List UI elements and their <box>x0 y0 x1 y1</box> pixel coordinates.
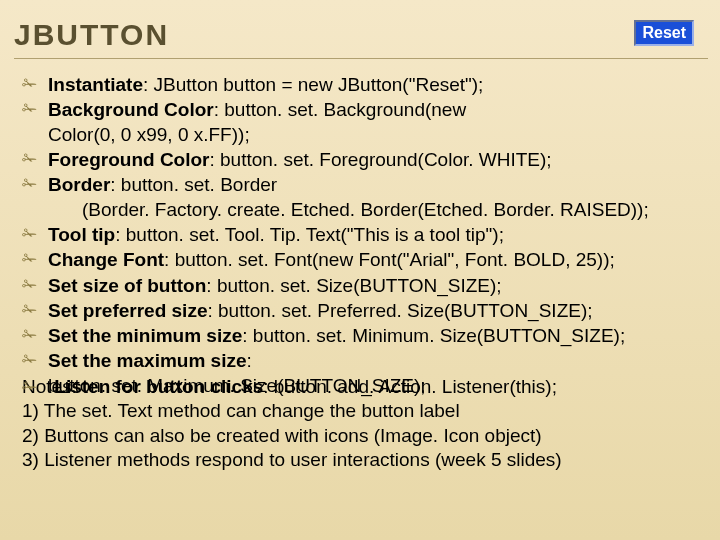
slide: JBUTTON Reset Instantiate: JButton butto… <box>0 0 720 540</box>
list-item: Listen for button clicks: button. add. A… <box>22 375 557 399</box>
notes-heading: Notes: Listen for button clicks: button.… <box>22 375 708 399</box>
reset-button[interactable]: Reset <box>634 20 694 46</box>
list-item: Foreground Color: button. set. Foregroun… <box>22 148 708 172</box>
note-line: 3) Listener methods respond to user inte… <box>22 448 708 472</box>
list-item: Border: button. set. Border(Border. Fact… <box>22 173 708 222</box>
list-item: Set the minimum size: button. set. Minim… <box>22 324 708 348</box>
list-item: Tool tip: button. set. Tool. Tip. Text("… <box>22 223 708 247</box>
note-line: 2) Buttons can also be created with icon… <box>22 424 708 448</box>
header: JBUTTON Reset <box>14 18 708 59</box>
note-line: 1) The set. Text method can change the b… <box>22 399 708 423</box>
notes-block: Notes: Listen for button clicks: button.… <box>14 375 708 472</box>
list-item: Change Font: button. set. Font(new Font(… <box>22 248 708 272</box>
list-item: Set size of button: button. set. Size(BU… <box>22 274 708 298</box>
list-item: Set preferred size: button. set. Preferr… <box>22 299 708 323</box>
bullet-list: Instantiate: JButton button = new JButto… <box>14 73 708 398</box>
page-title: JBUTTON <box>14 18 169 52</box>
list-item: Instantiate: JButton button = new JButto… <box>22 73 708 97</box>
list-item: Background Color: button. set. Backgroun… <box>22 98 708 147</box>
